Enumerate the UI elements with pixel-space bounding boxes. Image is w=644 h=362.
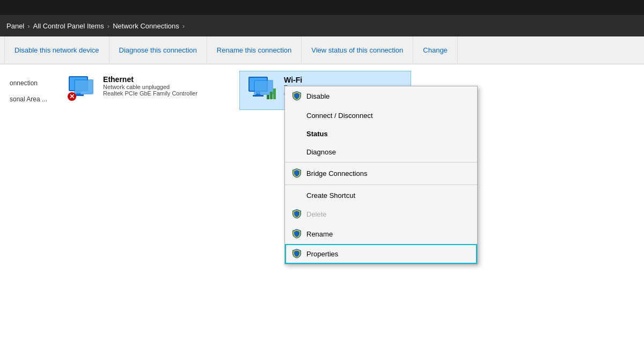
toolbar-btn-status[interactable]: View status of this connection	[302, 36, 413, 64]
ctx-label: Properties	[306, 250, 338, 258]
shield-icon	[291, 248, 302, 260]
context-menu: DisableConnect / DisconnectStatusDiagnos…	[284, 86, 478, 264]
wifi-name: Wi-Fi	[284, 76, 302, 84]
ctx-label: Delete	[306, 210, 327, 218]
no-icon	[291, 128, 302, 139]
ctx-label: Rename	[306, 230, 333, 238]
svg-rect-5	[75, 80, 92, 93]
ctx-separator	[285, 162, 477, 162]
no-icon	[291, 190, 302, 201]
ctx-item-rename[interactable]: Rename	[285, 224, 477, 244]
ctx-item-disable[interactable]: Disable	[285, 86, 477, 106]
ctx-item-connect-/-disconnect[interactable]: Connect / Disconnect	[285, 106, 477, 124]
ethernet-item[interactable]: ✕ Ethernet Network cable unplugged Realt…	[59, 71, 231, 109]
main-content: onnection sonal Area ... ✕ Ethernet Ne	[0, 64, 644, 362]
ctx-item-delete[interactable]: Delete	[285, 204, 477, 224]
ctx-label: Disable	[306, 92, 330, 100]
svg-rect-15	[270, 92, 273, 99]
svg-rect-14	[267, 95, 269, 99]
ctx-label: Connect / Disconnect	[306, 112, 373, 120]
left-label-connection: onnection	[6, 75, 50, 91]
shield-icon	[291, 90, 302, 102]
address-part-net: Network Connections	[113, 22, 179, 30]
shield-icon	[291, 228, 302, 240]
wifi-icon-container	[246, 76, 279, 105]
sep1: ›	[27, 22, 30, 30]
ctx-item-create-shortcut[interactable]: Create Shortcut	[285, 186, 477, 204]
address-bar: Panel › All Control Panel Items › Networ…	[0, 15, 644, 36]
toolbar-btn-change[interactable]: Change	[413, 36, 458, 64]
ctx-item-status[interactable]: Status	[285, 124, 477, 143]
no-icon	[291, 110, 302, 121]
ethernet-name: Ethernet	[103, 75, 197, 84]
ctx-label: Status	[306, 130, 328, 138]
ctx-item-properties[interactable]: Properties	[285, 244, 477, 264]
ctx-item-bridge-connections[interactable]: Bridge Connections	[285, 164, 477, 183]
ctx-item-diagnose[interactable]: Diagnose	[285, 143, 477, 161]
title-bar	[0, 0, 644, 15]
toolbar-btn-diagnose[interactable]: Diagnose this connection	[109, 36, 207, 64]
shield-icon	[291, 208, 302, 220]
ctx-label: Bridge Connections	[306, 169, 367, 178]
sep3: ›	[182, 22, 185, 30]
shield-icon	[291, 167, 302, 180]
svg-rect-16	[273, 88, 276, 99]
ethernet-line1: Network cable unplugged	[103, 84, 197, 90]
ctx-label: Diagnose	[306, 148, 336, 156]
ctx-separator	[285, 184, 477, 185]
toolbar: Disable this network device Diagnose thi…	[0, 36, 644, 64]
left-label-personal: sonal Area ...	[6, 91, 50, 107]
ethernet-info: Ethernet Network cable unplugged Realtek…	[103, 75, 197, 97]
svg-rect-11	[253, 95, 264, 97]
ethernet-icon: ✕	[65, 75, 98, 105]
ethernet-line2: Realtek PCIe GbE Family Controller	[103, 90, 197, 97]
address-part-all: All Control Panel Items	[33, 22, 104, 30]
svg-text:✕: ✕	[69, 93, 75, 100]
toolbar-btn-rename[interactable]: Rename this connection	[207, 36, 302, 64]
svg-rect-13	[255, 81, 272, 94]
toolbar-btn-disable[interactable]: Disable this network device	[4, 36, 109, 64]
ctx-label: Create Shortcut	[306, 191, 355, 200]
address-part-panel: Panel	[6, 22, 24, 30]
no-icon	[291, 146, 302, 157]
sep2: ›	[107, 22, 109, 30]
